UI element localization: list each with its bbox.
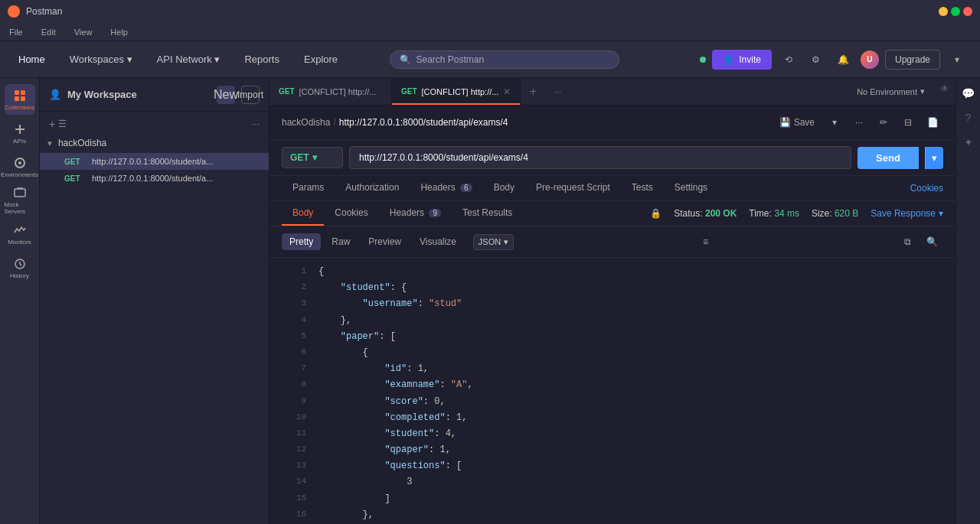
json-line-1: 1 {	[270, 264, 956, 280]
tab-settings[interactable]: Settings	[664, 176, 718, 200]
history-icon[interactable]: ⟲	[778, 49, 799, 70]
search-bar[interactable]: 🔍 Search Postman	[390, 50, 619, 69]
avatar[interactable]: U	[861, 50, 879, 69]
response-tab-body[interactable]: Body	[282, 201, 324, 226]
response-area: Body Cookies Headers 9 Test Results 🔒 St…	[270, 201, 956, 524]
menu-edit[interactable]: Edit	[38, 26, 59, 38]
tab-more-button[interactable]: ···	[545, 78, 570, 105]
tab-body[interactable]: Body	[483, 176, 525, 200]
tab-1[interactable]: GET [CONFLICT] http://...	[270, 78, 392, 105]
help-icon[interactable]: ?	[959, 109, 978, 127]
sidebar-item-monitors[interactable]: Monitors	[5, 219, 35, 249]
nav-api-network[interactable]: API Network ▾	[151, 50, 227, 68]
view-tab-preview[interactable]: Preview	[361, 233, 409, 250]
url-input[interactable]	[349, 146, 851, 169]
new-collection-button[interactable]: New	[217, 86, 235, 104]
status-value: 200 OK	[705, 208, 737, 219]
response-tabs-bar: Body Cookies Headers 9 Test Results 🔒 St…	[270, 201, 956, 226]
minimize-button[interactable]	[939, 7, 948, 16]
save-response-button[interactable]: Save Response ▾	[871, 208, 943, 219]
json-line-3: 3 "username": "stud"	[270, 296, 956, 312]
view-tab-pretty[interactable]: Pretty	[282, 233, 321, 250]
menu-view[interactable]: View	[71, 26, 96, 38]
response-tab-cookies[interactable]: Cookies	[324, 201, 378, 226]
document-icon[interactable]: 📄	[922, 112, 943, 133]
cookies-link[interactable]: Cookies	[910, 183, 943, 194]
notification-icon[interactable]: 🔔	[833, 49, 854, 70]
maximize-button[interactable]	[951, 7, 960, 16]
workspace-title: 👤 My Workspace	[49, 89, 211, 100]
status-check-icon: 🔒	[650, 208, 662, 219]
tab-add-button[interactable]: +	[521, 78, 545, 105]
history-label: History	[10, 272, 29, 279]
collections-toolbar: + ☰ ···	[40, 115, 269, 133]
menu-file[interactable]: File	[6, 26, 26, 38]
import-button[interactable]: Import	[241, 86, 260, 104]
search-icon: 🔍	[400, 54, 411, 65]
json-line-5: 5 "paper": [	[270, 329, 956, 345]
send-dropdown-icon[interactable]: ▾	[925, 147, 943, 169]
tab-headers[interactable]: Headers 6	[410, 176, 482, 200]
tab-2[interactable]: GET [CONFLICT] http://... ✕	[392, 78, 521, 105]
nav-explore[interactable]: Explore	[298, 50, 344, 68]
tab-tests[interactable]: Tests	[621, 176, 664, 200]
search-response-icon[interactable]: 🔍	[922, 231, 943, 252]
more-options-icon[interactable]: ···	[848, 112, 870, 133]
menu-help[interactable]: Help	[107, 26, 131, 38]
view-tab-raw[interactable]: Raw	[324, 233, 358, 250]
tab-close-icon[interactable]: ✕	[503, 86, 511, 97]
menubar: File Edit View Help	[0, 23, 980, 41]
layout-icon[interactable]: ⊟	[897, 112, 919, 133]
more-collections-icon[interactable]: ···	[252, 119, 260, 129]
method-badge-get-2: GET	[64, 174, 86, 183]
wrap-icon[interactable]: ≡	[695, 231, 717, 252]
tab-authorization[interactable]: Authorization	[335, 176, 410, 200]
request-item-1[interactable]: GET http://127.0.0.1:8000/student/a...	[40, 153, 269, 170]
sidebar-item-collections[interactable]: Collections	[5, 84, 35, 115]
json-line-15: 15 ]	[270, 491, 956, 507]
tab-params[interactable]: Params	[282, 176, 335, 200]
response-tab-test-results[interactable]: Test Results	[452, 201, 523, 226]
settings-icon[interactable]: ⚙	[805, 49, 827, 70]
save-dropdown-icon[interactable]: ▾	[824, 112, 845, 133]
breadcrumb-collection[interactable]: hackOdisha	[282, 117, 330, 128]
sidebar-item-mock-servers[interactable]: Mock Servers	[5, 185, 35, 216]
close-button[interactable]	[963, 7, 972, 16]
svg-rect-1	[21, 90, 25, 95]
format-selector[interactable]: JSON ▾	[473, 234, 514, 250]
titlebar-left: Postman	[8, 5, 62, 18]
view-tab-visualize[interactable]: Visualize	[412, 233, 464, 250]
json-line-10: 10 "completed": 1,	[270, 410, 956, 426]
copy-icon[interactable]: ⧉	[897, 231, 919, 252]
comment-icon[interactable]: 💬	[959, 84, 978, 103]
environment-selector[interactable]: No Environment ▾	[848, 78, 934, 105]
send-button[interactable]: Send	[858, 147, 919, 169]
sidebar-item-environments[interactable]: Environments	[5, 151, 35, 182]
method-dropdown-icon: ▾	[312, 152, 317, 163]
chevron-down-icon[interactable]: ▾	[946, 49, 968, 70]
nav-reports[interactable]: Reports	[238, 50, 286, 68]
add-collection-icon[interactable]: +	[49, 118, 55, 130]
nav-workspaces[interactable]: Workspaces ▾	[64, 50, 139, 68]
ai-icon[interactable]: ✦	[959, 133, 978, 151]
time-value: 34 ms	[774, 208, 799, 219]
edit-icon[interactable]: ✏	[873, 112, 894, 133]
sidebar-item-apis[interactable]: APIs	[5, 118, 35, 148]
invite-button[interactable]: 👤 Invite	[712, 50, 772, 70]
save-button[interactable]: 💾 Save	[773, 112, 821, 133]
window-controls[interactable]	[939, 7, 972, 16]
size-value: 620 B	[835, 208, 858, 219]
json-line-13: 13 "questions": [	[270, 458, 956, 474]
eye-icon[interactable]: 👁	[934, 78, 956, 99]
json-line-16: 16 },	[270, 507, 956, 523]
request-item-2[interactable]: GET http://127.0.0.1:8000/student/a...	[40, 170, 269, 187]
sidebar-item-history[interactable]: History	[5, 252, 35, 283]
upgrade-button[interactable]: Upgrade	[885, 50, 940, 70]
format-dropdown-icon: ▾	[504, 237, 508, 247]
filter-collections-icon[interactable]: ☰	[58, 119, 67, 129]
nav-home[interactable]: Home	[12, 50, 51, 68]
collection-hackodisha[interactable]: ▼ hackOdisha	[40, 133, 269, 153]
method-select[interactable]: GET ▾	[282, 147, 343, 168]
tab-pre-request[interactable]: Pre-request Script	[525, 176, 621, 200]
response-tab-headers[interactable]: Headers 9	[379, 201, 452, 226]
